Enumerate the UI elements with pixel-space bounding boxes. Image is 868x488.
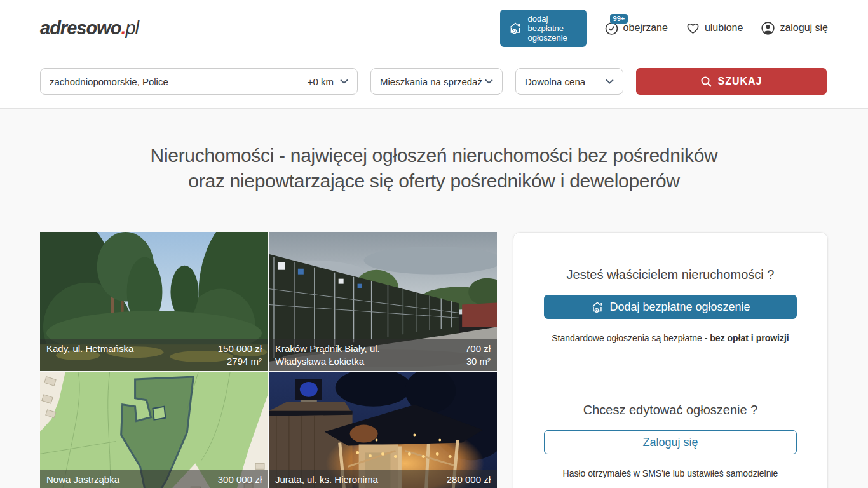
login-label: zaloguj się xyxy=(780,22,828,34)
logo-tld: pl xyxy=(125,18,139,38)
category-select[interactable]: Mieszkania na sprzedaż xyxy=(370,68,503,95)
listing-area: 2794 m² xyxy=(218,355,262,368)
listing-caption: Kraków Prądnik Biały, ul. Władysława Łok… xyxy=(269,339,497,371)
listing-caption: Kady, ul. Hetmańska 150 000 zł 2794 m² xyxy=(40,339,268,371)
page-title: Nieruchomości - najwięcej ogłoszeń nieru… xyxy=(0,109,868,194)
location-value: zachodniopomorskie, Police xyxy=(50,76,168,87)
person-circle-icon xyxy=(761,21,775,36)
listing-area: 30 m² xyxy=(465,355,491,368)
search-button[interactable]: SZUKAJ xyxy=(636,68,827,95)
edit-section: Chcesz edytować ogłoszenie ? Zaloguj się… xyxy=(513,374,827,478)
listing-address: Kady, ul. Hetmańska xyxy=(46,342,133,355)
owner-note: Standardowe ogłoszenia są bezpłatne - be… xyxy=(544,333,797,343)
listing-card[interactable]: Kraków Prądnik Biały, ul. Władysława Łok… xyxy=(269,232,497,371)
listing-card[interactable]: Kady, ul. Hetmańska 150 000 zł 2794 m² xyxy=(40,232,268,371)
listing-price-area: 280 000 zł xyxy=(447,473,491,486)
chevron-down-icon xyxy=(606,79,614,84)
search-bar: zachodniopomorskie, Police +0 km Mieszka… xyxy=(0,56,868,108)
listing-caption: Jurata, ul. ks. Hieronima 280 000 zł xyxy=(269,470,497,488)
listings-grid: Kady, ul. Hetmańska 150 000 zł 2794 m² xyxy=(40,232,497,488)
owner-note-regular: Standardowe ogłoszenia są bezpłatne - xyxy=(552,333,710,343)
viewed-link[interactable]: 99+ obejrzane xyxy=(604,21,668,36)
owner-heading: Jesteś właścicielem nieruchomości ? xyxy=(544,268,797,282)
listing-address: Nowa Jastrząbka xyxy=(46,473,119,486)
header: adresowo.pl dodaj bezpłatne ogłoszenie 9… xyxy=(0,0,868,56)
listing-caption: Nowa Jastrząbka 300 000 zł xyxy=(40,470,268,488)
listing-price-area: 150 000 zł 2794 m² xyxy=(218,342,262,368)
page-title-line1: Nieruchomości - najwięcej ogłoszeń nieru… xyxy=(0,143,868,168)
owner-panel: Jesteś właścicielem nieruchomości ? Doda… xyxy=(513,232,828,488)
chevron-down-icon xyxy=(340,79,348,84)
house-plus-icon xyxy=(508,20,523,36)
content-columns: Kady, ul. Hetmańska 150 000 zł 2794 m² xyxy=(0,232,868,488)
owner-note-bold: bez opłat i prowizji xyxy=(710,333,789,343)
main-content: Nieruchomości - najwięcej ogłoszeń nieru… xyxy=(0,108,868,488)
add-listing-label: dodaj bezpłatne ogłoszenie xyxy=(528,14,579,43)
magnifier-icon xyxy=(700,76,712,88)
price-select[interactable]: Dowolna cena xyxy=(515,68,623,95)
viewed-label: obejrzane xyxy=(623,22,668,34)
viewed-count-badge: 99+ xyxy=(610,14,628,24)
listing-price: 300 000 zł xyxy=(218,473,262,486)
logo[interactable]: adresowo.pl xyxy=(40,18,139,39)
listing-address: Kraków Prądnik Biały, ul. Władysława Łok… xyxy=(275,342,409,368)
login-button[interactable]: Zaloguj się xyxy=(544,430,797,454)
location-input[interactable]: zachodniopomorskie, Police +0 km xyxy=(40,68,358,95)
favorites-link[interactable]: ulubione xyxy=(686,21,743,36)
radius-value: +0 km xyxy=(308,76,334,87)
heart-icon xyxy=(686,21,700,36)
category-value: Mieszkania na sprzedaż xyxy=(380,76,482,87)
page-title-line2: oraz niepowtarzające się oferty pośredni… xyxy=(0,168,868,194)
listing-price: 280 000 zł xyxy=(447,473,491,486)
house-plus-icon xyxy=(590,300,604,314)
login-button-label: Zaloguj się xyxy=(642,436,698,449)
listing-price: 700 zł xyxy=(465,342,491,355)
add-listing-button[interactable]: dodaj bezpłatne ogłoszenie xyxy=(500,10,587,47)
price-value: Dowolna cena xyxy=(525,76,585,87)
logo-main: adresowo xyxy=(40,18,121,38)
header-actions: dodaj bezpłatne ogłoszenie 99+ obejrzane… xyxy=(500,10,828,47)
owner-section: Jesteś właścicielem nieruchomości ? Doda… xyxy=(513,233,827,374)
listing-price-area: 700 zł 30 m² xyxy=(465,342,491,368)
check-circle-icon: 99+ xyxy=(604,21,619,36)
login-link[interactable]: zaloguj się xyxy=(761,21,828,36)
edit-note: Hasło otrzymałeś w SMS'ie lub ustawiłeś … xyxy=(544,468,797,478)
search-button-label: SZUKAJ xyxy=(717,76,762,87)
favorites-label: ulubione xyxy=(705,22,743,34)
listing-price-area: 300 000 zł xyxy=(218,473,262,486)
listing-address: Jurata, ul. ks. Hieronima xyxy=(275,473,378,486)
add-free-listing-button[interactable]: Dodaj bezpłatne ogłoszenie xyxy=(544,295,797,319)
listing-price: 150 000 zł xyxy=(218,342,262,355)
add-free-listing-label: Dodaj bezpłatne ogłoszenie xyxy=(609,301,750,314)
listing-card[interactable]: Jurata, ul. ks. Hieronima 280 000 zł xyxy=(269,372,497,488)
chevron-down-icon xyxy=(485,79,493,84)
edit-heading: Chcesz edytować ogłoszenie ? xyxy=(544,403,797,417)
listing-card[interactable]: Nowa Jastrząbka 300 000 zł xyxy=(40,372,268,488)
